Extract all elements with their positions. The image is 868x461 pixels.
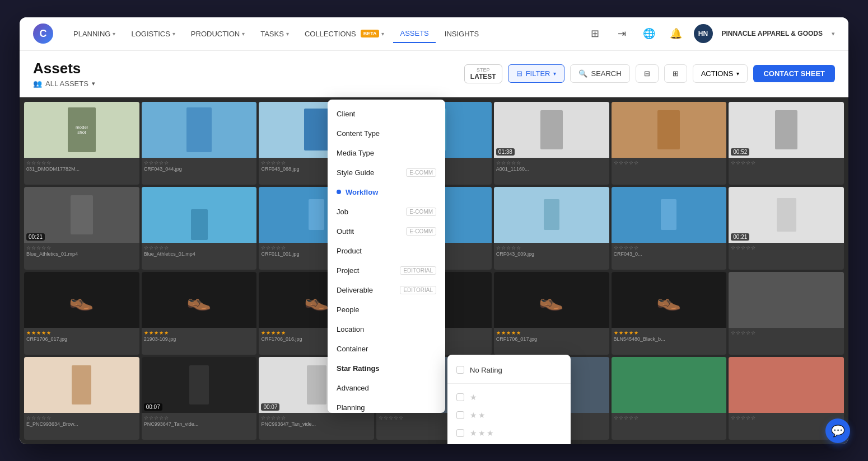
filter-job[interactable]: Job E-COMM <box>328 202 445 222</box>
no-rating-checkbox[interactable] <box>456 366 464 374</box>
filter-workflow[interactable]: Workflow <box>328 182 445 202</box>
asset-item[interactable]: 00:21 ☆☆☆☆☆ <box>729 187 844 270</box>
search-button[interactable]: 🔍 SEARCH <box>570 64 629 83</box>
avatar[interactable]: HN <box>694 24 713 43</box>
all-assets-label: ALL ASSETS <box>45 79 88 88</box>
filter-location-label: Location <box>337 325 364 333</box>
star-rating-panel: No Rating ★ ★★ ★★★ ★★★★ <box>447 355 571 444</box>
filter-chevron: ▾ <box>553 70 556 77</box>
asset-stars: ☆☆☆☆☆ <box>144 415 255 421</box>
view-toggle-button[interactable]: ⊞ <box>664 64 687 83</box>
nav-production[interactable]: PRODUCTION ▾ <box>184 25 251 43</box>
asset-info: ☆☆☆☆☆ Blue_Athletics_01.mp4 <box>24 243 139 260</box>
star-option-4[interactable]: ★★★★ <box>447 442 571 444</box>
filter-planning[interactable]: Planning <box>328 398 445 413</box>
asset-time-badge: 00:21 <box>731 233 749 241</box>
settings-icon-button[interactable]: ⊟ <box>636 64 659 83</box>
star-option-2[interactable]: ★★ <box>447 406 571 424</box>
asset-item[interactable]: 👞 ★★★★★ 21903-109.jpg <box>142 272 257 355</box>
asset-item[interactable]: 👞 ★★★★★ CRF1706_017.jpg <box>24 272 139 355</box>
asset-item[interactable]: modelshot ☆☆☆☆☆ 031_DMODM17782M... <box>24 102 139 185</box>
asset-thumbnail <box>729 357 844 413</box>
asset-thumbnail: 00:21 <box>729 187 844 243</box>
star-option-no-rating[interactable]: No Rating <box>447 361 571 379</box>
asset-stars: ☆☆☆☆☆ <box>614 415 725 421</box>
logo[interactable]: C <box>33 23 53 44</box>
filter-panel: Client Content Type Media Type Style Gui… <box>328 100 445 413</box>
asset-thumbnail <box>612 357 727 413</box>
nav-assets[interactable]: ASSETS <box>393 25 435 43</box>
asset-item[interactable]: 00:07 ☆☆☆☆☆ PNC993647_Tan_vide... <box>142 357 257 440</box>
filter-location[interactable]: Location <box>328 319 445 339</box>
star-option-1[interactable]: ★ <box>447 388 571 406</box>
nav-insights[interactable]: INSIGHTS <box>438 25 486 43</box>
nav-items: PLANNING ▾ LOGISTICS ▾ PRODUCTION ▾ TASK… <box>67 25 582 43</box>
star-option-3[interactable]: ★★★ <box>447 424 571 442</box>
filter-style-guide[interactable]: Style Guide E-COMM <box>328 163 445 182</box>
asset-name: 21903-109.jpg <box>144 336 255 342</box>
asset-info: ★★★★★ 21903-109.jpg <box>142 328 257 345</box>
filter-people-label: People <box>337 305 359 314</box>
filter-project[interactable]: Project EDITORIAL <box>328 261 445 280</box>
star-2-checkbox[interactable] <box>456 411 464 419</box>
asset-stars: ☆☆☆☆☆ <box>731 245 842 251</box>
asset-thumbnail: 👞 <box>24 272 139 328</box>
asset-item[interactable]: ☆☆☆☆☆ CRF043_044.jpg <box>142 102 257 185</box>
step-badge: STEP LATEST <box>464 64 502 83</box>
chat-bubble[interactable]: 💬 <box>825 418 850 443</box>
tasks-chevron: ▾ <box>286 31 289 37</box>
asset-item[interactable]: 00:52 ☆☆☆☆☆ <box>729 102 844 185</box>
grid-view-icon: ⊞ <box>673 69 679 78</box>
asset-item[interactable]: ☆☆☆☆☆ <box>729 272 844 355</box>
asset-item[interactable]: ☆☆☆☆☆ E_PNC993634_Brow... <box>24 357 139 440</box>
filter-container[interactable]: Container <box>328 339 445 359</box>
nav-collections[interactable]: COLLECTIONS BETA ▾ <box>298 25 391 43</box>
filter-button[interactable]: ⊟ FILTER ▾ <box>508 64 565 83</box>
filter-media-type[interactable]: Media Type <box>328 143 445 163</box>
filter-people[interactable]: People <box>328 300 445 319</box>
filter-client[interactable]: Client <box>328 104 445 124</box>
grid-icon[interactable]: ⊞ <box>586 25 604 43</box>
filter-deliverable[interactable]: Deliverable EDITORIAL <box>328 280 445 300</box>
filter-outfit-tag: E-COMM <box>406 227 436 236</box>
asset-item[interactable]: ☆☆☆☆☆ <box>612 102 727 185</box>
asset-item[interactable]: ☆☆☆☆☆ Blue_Athletics_01.mp4 <box>142 187 257 270</box>
asset-name: Blue_Athletics_01.mp4 <box>26 251 137 257</box>
toolbar-right: STEP LATEST ⊟ FILTER ▾ 🔍 SEARCH ⊟ ⊞ ACTI… <box>464 64 835 83</box>
filter-style-guide-label: Style Guide <box>337 168 374 177</box>
asset-time-badge: 00:52 <box>731 148 749 156</box>
nav-tasks[interactable]: TASKS ▾ <box>254 25 296 43</box>
asset-item[interactable]: 00:21 ☆☆☆☆☆ Blue_Athletics_01.mp4 <box>24 187 139 270</box>
asset-info: ☆☆☆☆☆ <box>729 328 844 340</box>
asset-info: ☆☆☆☆☆ <box>729 413 844 425</box>
search-icon: 🔍 <box>578 69 587 78</box>
actions-button[interactable]: ACTIONS ▾ <box>693 64 748 83</box>
nav-planning[interactable]: PLANNING ▾ <box>67 25 122 43</box>
all-assets-button[interactable]: 👥 ALL ASSETS ▾ <box>33 79 95 88</box>
asset-item[interactable]: ☆☆☆☆☆ CRF043_0... <box>612 187 727 270</box>
asset-stars: ☆☆☆☆☆ <box>731 330 842 336</box>
star-3-checkbox[interactable] <box>456 429 464 437</box>
export-icon[interactable]: ⇥ <box>613 25 631 43</box>
filter-content-type[interactable]: Content Type <box>328 124 445 143</box>
filter-star-ratings[interactable]: Star Ratings <box>328 359 445 378</box>
asset-info: ☆☆☆☆☆ CRF043_0... <box>612 243 727 260</box>
asset-info: ☆☆☆☆☆ <box>729 243 844 255</box>
contact-sheet-button[interactable]: CONTACT SHEET <box>753 65 835 82</box>
page-toolbar: Assets 👥 ALL ASSETS ▾ STEP LATEST ⊟ FILT… <box>20 51 848 97</box>
nav-logistics[interactable]: LOGISTICS ▾ <box>124 25 181 43</box>
bell-icon[interactable]: 🔔 <box>667 25 685 43</box>
globe-icon[interactable]: 🌐 <box>640 25 658 43</box>
people-icon: 👥 <box>33 79 42 88</box>
asset-thumbnail <box>142 102 257 158</box>
asset-thumbnail: 00:21 <box>24 187 139 243</box>
org-chevron[interactable]: ▾ <box>832 30 835 37</box>
asset-item[interactable]: ☆☆☆☆☆ <box>612 357 727 440</box>
asset-info: ★★★★★ CRF1706_017.jpg <box>24 328 139 345</box>
filter-advanced[interactable]: Advanced <box>328 378 445 398</box>
star-1-checkbox[interactable] <box>456 393 464 401</box>
asset-thumbnail: 00:52 <box>729 102 844 158</box>
filter-product[interactable]: Product <box>328 241 445 261</box>
asset-item[interactable]: 👞 ★★★★★ BLN545480_Black_b... <box>612 272 727 355</box>
filter-outfit[interactable]: Outfit E-COMM <box>328 222 445 241</box>
